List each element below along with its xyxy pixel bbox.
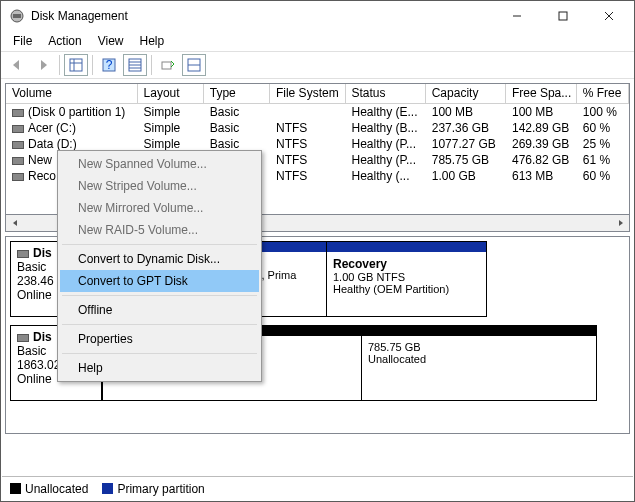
forward-button[interactable] xyxy=(31,54,55,76)
toolbar: ? xyxy=(1,51,634,79)
menu-item: New RAID-5 Volume... xyxy=(60,219,259,241)
menu-item: New Striped Volume... xyxy=(60,175,259,197)
titlebar: Disk Management xyxy=(1,1,634,31)
menu-separator xyxy=(62,353,257,354)
minimize-button[interactable] xyxy=(494,1,540,31)
cell-volume: (Disk 0 partition 1) xyxy=(6,105,138,119)
svg-rect-15 xyxy=(162,62,171,69)
cell-status: Healthy (B... xyxy=(346,121,426,135)
partition-band xyxy=(327,242,486,252)
list-header: Volume Layout Type File System Status Ca… xyxy=(6,84,629,104)
col-capacity[interactable]: Capacity xyxy=(426,84,506,103)
disk-icon xyxy=(17,250,29,258)
menu-view[interactable]: View xyxy=(90,32,132,50)
menu-item[interactable]: Properties xyxy=(60,328,259,350)
menu-item: New Mirrored Volume... xyxy=(60,197,259,219)
cell-capacity: 785.75 GB xyxy=(426,153,506,167)
cell-pct: 61 % xyxy=(577,153,629,167)
menubar: File Action View Help xyxy=(1,31,634,51)
menu-item: New Spanned Volume... xyxy=(60,153,259,175)
cell-pct: 25 % xyxy=(577,137,629,151)
col-pctfree[interactable]: % Free xyxy=(577,84,629,103)
menu-file[interactable]: File xyxy=(5,32,40,50)
cell-fs: NTFS xyxy=(270,153,346,167)
svg-rect-6 xyxy=(70,59,82,71)
col-status[interactable]: Status xyxy=(346,84,426,103)
svg-rect-1 xyxy=(13,14,21,18)
swatch-unallocated-icon xyxy=(10,483,21,494)
legend-unallocated: Unallocated xyxy=(10,482,88,496)
cell-status: Healthy (P... xyxy=(346,153,426,167)
menu-item[interactable]: Offline xyxy=(60,299,259,321)
col-volume[interactable]: Volume xyxy=(6,84,138,103)
refresh-icon[interactable] xyxy=(156,54,180,76)
cell-free: 613 MB xyxy=(506,169,577,183)
back-button[interactable] xyxy=(5,54,29,76)
volume-icon xyxy=(12,141,24,149)
table-row[interactable]: Acer (C:)SimpleBasicNTFSHealthy (B...237… xyxy=(6,120,629,136)
app-icon xyxy=(9,8,25,24)
toolbar-details-icon[interactable] xyxy=(123,54,147,76)
cell-pct: 60 % xyxy=(577,121,629,135)
cell-status: Healthy (... xyxy=(346,169,426,183)
menu-separator xyxy=(62,295,257,296)
volume-icon xyxy=(12,109,24,117)
cell-fs: NTFS xyxy=(270,121,346,135)
legend-primary: Primary partition xyxy=(102,482,204,496)
toolbar-separator xyxy=(151,55,152,75)
menu-item[interactable]: Convert to Dynamic Disk... xyxy=(60,248,259,270)
cell-free: 100 MB xyxy=(506,105,577,119)
cell-layout: Simple xyxy=(138,137,204,151)
scroll-right-icon[interactable] xyxy=(612,215,629,232)
cell-volume: Data (D:) xyxy=(6,137,138,151)
window-title: Disk Management xyxy=(31,9,494,23)
menu-action[interactable]: Action xyxy=(40,32,89,50)
menu-item[interactable]: Help xyxy=(60,357,259,379)
volume-icon xyxy=(12,157,24,165)
disk-icon xyxy=(17,334,29,342)
toolbar-view-list-icon[interactable] xyxy=(64,54,88,76)
cell-capacity: 1077.27 GB xyxy=(426,137,506,151)
partition-band xyxy=(362,326,596,336)
cell-free: 269.39 GB xyxy=(506,137,577,151)
cell-type: Basic xyxy=(204,121,270,135)
cell-free: 142.89 GB xyxy=(506,121,577,135)
partition[interactable]: Recovery1.00 GB NTFSHealthy (OEM Partiti… xyxy=(327,241,487,317)
cell-capacity: 1.00 GB xyxy=(426,169,506,183)
maximize-button[interactable] xyxy=(540,1,586,31)
legend: Unallocated Primary partition xyxy=(2,476,633,500)
toolbar-separator xyxy=(59,55,60,75)
svg-text:?: ? xyxy=(106,58,113,72)
table-row[interactable]: (Disk 0 partition 1)SimpleBasicHealthy (… xyxy=(6,104,629,120)
cell-fs: NTFS xyxy=(270,137,346,151)
close-button[interactable] xyxy=(586,1,632,31)
col-filesystem[interactable]: File System xyxy=(270,84,346,103)
cell-status: Healthy (E... xyxy=(346,105,426,119)
swatch-primary-icon xyxy=(102,483,113,494)
menu-item[interactable]: Convert to GPT Disk xyxy=(60,270,259,292)
volume-icon xyxy=(12,125,24,133)
volume-icon xyxy=(12,173,24,181)
col-freespace[interactable]: Free Spa... xyxy=(506,84,577,103)
cell-capacity: 100 MB xyxy=(426,105,506,119)
scroll-left-icon[interactable] xyxy=(6,215,23,232)
menu-separator xyxy=(62,244,257,245)
cell-layout: Simple xyxy=(138,121,204,135)
cell-pct: 100 % xyxy=(577,105,629,119)
svg-rect-3 xyxy=(559,12,567,20)
context-menu: New Spanned Volume...New Striped Volume.… xyxy=(57,150,262,382)
cell-status: Healthy (P... xyxy=(346,137,426,151)
cell-type: Basic xyxy=(204,105,270,119)
menu-help[interactable]: Help xyxy=(132,32,173,50)
cell-pct: 60 % xyxy=(577,169,629,183)
col-type[interactable]: Type xyxy=(204,84,270,103)
cell-capacity: 237.36 GB xyxy=(426,121,506,135)
toolbar-layout-icon[interactable] xyxy=(182,54,206,76)
partition[interactable]: 785.75 GBUnallocated xyxy=(362,325,597,401)
menu-separator xyxy=(62,324,257,325)
col-layout[interactable]: Layout xyxy=(138,84,204,103)
help-icon[interactable]: ? xyxy=(97,54,121,76)
cell-volume: Acer (C:) xyxy=(6,121,138,135)
cell-free: 476.82 GB xyxy=(506,153,577,167)
toolbar-separator xyxy=(92,55,93,75)
